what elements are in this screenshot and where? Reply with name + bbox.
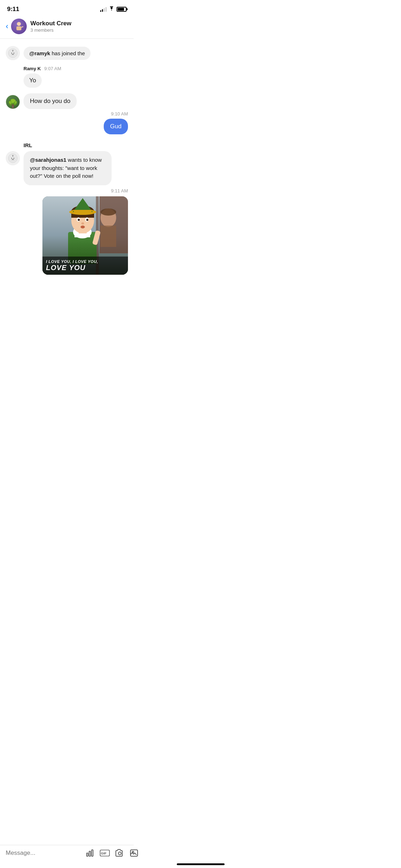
- system-bubble: @ramyk has joined the: [24, 47, 91, 60]
- sender-name: Ramy K: [24, 66, 41, 71]
- bot-avatar-poll: [6, 151, 20, 165]
- user-avatar-park: 🌳: [6, 95, 20, 109]
- svg-point-34: [81, 226, 85, 228]
- back-button[interactable]: ‹: [3, 20, 11, 32]
- chat-area: @ramyk has joined the Ramy K 9:07 AM Yo …: [0, 39, 134, 319]
- svg-rect-37: [74, 210, 92, 213]
- svg-point-11: [12, 50, 14, 51]
- svg-point-15: [13, 158, 14, 159]
- svg-point-18: [12, 155, 14, 156]
- wifi-icon: [109, 6, 114, 12]
- svg-point-41: [101, 208, 116, 216]
- poll-bubble[interactable]: @sarahjonas1 wants to know your thoughts…: [24, 151, 112, 185]
- gif-container[interactable]: I LOVE YOU, I LOVE YOU, LOVE YOU: [42, 196, 128, 275]
- battery-icon: [117, 7, 127, 12]
- status-bar: 9:11: [0, 0, 134, 16]
- svg-point-33: [81, 222, 84, 224]
- svg-rect-4: [21, 26, 24, 27]
- message-time: 9:07 AM: [44, 66, 61, 71]
- irl-label: IRL: [0, 139, 134, 150]
- header-info: Workout Crew 3 members: [30, 20, 128, 33]
- mention-sarahjonas: @sarahjonas1: [30, 157, 66, 163]
- incoming-bubble-how[interactable]: How do you do: [24, 93, 77, 109]
- svg-point-32: [86, 219, 88, 221]
- status-icons: [100, 6, 127, 12]
- gif-text-line1: I LOVE YOU, I LOVE YOU,: [46, 259, 124, 264]
- gif-caption: I LOVE YOU, I LOVE YOU, LOVE YOU: [42, 257, 128, 275]
- signal-icon: [100, 7, 107, 12]
- chat-header: ‹ Workout Crew 3 members: [0, 16, 134, 39]
- outgoing-time-1: 9:10 AM: [0, 110, 134, 118]
- sender-info: Ramy K 9:07 AM: [0, 63, 134, 73]
- svg-rect-3: [16, 26, 21, 30]
- outgoing-bubble-gud[interactable]: Gud: [104, 119, 128, 134]
- svg-rect-40: [101, 226, 116, 247]
- member-count: 3 members: [30, 27, 128, 33]
- system-join-message: @ramyk has joined the: [0, 43, 134, 63]
- outgoing-time-2: 9:11 AM: [0, 187, 134, 195]
- svg-point-31: [78, 219, 80, 221]
- message-yo: Yo: [0, 73, 134, 88]
- svg-rect-9: [12, 54, 14, 55]
- svg-rect-16: [12, 159, 14, 160]
- svg-point-14: [11, 158, 12, 159]
- group-avatar: [11, 19, 27, 34]
- svg-point-8: [13, 53, 14, 54]
- status-time: 9:11: [7, 6, 19, 13]
- gif-scene: I LOVE YOU, I LOVE YOU, LOVE YOU: [42, 196, 128, 275]
- bot-avatar: [6, 46, 20, 60]
- incoming-bubble[interactable]: Yo: [24, 73, 42, 88]
- svg-point-2: [17, 22, 21, 26]
- poll-message: @sarahjonas1 wants to know your thoughts…: [0, 150, 134, 187]
- mention-ramyk: @ramyk: [29, 50, 50, 56]
- group-name: Workout Crew: [30, 20, 128, 27]
- message-gud: Gud: [0, 118, 134, 135]
- message-how-do-you-do: 🌳 How do you do: [0, 93, 134, 110]
- gif-text-line2: LOVE YOU: [46, 264, 124, 272]
- svg-point-7: [11, 53, 12, 54]
- gif-message: I LOVE YOU, I LOVE YOU, LOVE YOU: [0, 195, 134, 276]
